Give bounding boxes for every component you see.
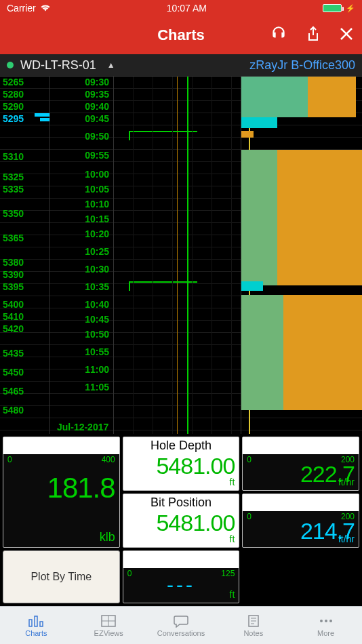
tab-label: More — [317, 629, 334, 637]
gauge-panel: Hole Depth 5481.00 ft Hook Load 0 400 18… — [0, 434, 362, 606]
time-tick: 10:25 — [85, 246, 109, 257]
depth-track[interactable]: 5265528052905295531053255335535053655380… — [0, 77, 50, 434]
status-bar: Carrier 10:07 AM ⚡ — [0, 0, 362, 16]
time-tick: 09:30 — [85, 77, 109, 87]
time-track[interactable]: 09:3009:3509:4009:4509:5009:5510:0010:05… — [50, 77, 114, 434]
depth-tick: 5420 — [3, 323, 24, 334]
svg-point-10 — [320, 620, 323, 622]
rop-track[interactable] — [241, 77, 362, 434]
svg-point-12 — [329, 620, 332, 622]
time-tick: 10:05 — [85, 184, 109, 195]
gauge-lo: 0 — [127, 569, 132, 578]
charging-icon: ⚡ — [346, 4, 355, 13]
session-name[interactable]: zRayJr B-Office300 — [249, 58, 355, 73]
hook-load-track[interactable] — [114, 77, 241, 434]
depth-tick: 5265 — [3, 77, 24, 87]
clock: 10:07 AM — [167, 3, 207, 14]
depth-tick: 5435 — [3, 348, 24, 359]
time-tick: 10:35 — [85, 281, 109, 292]
tab-label: Charts — [25, 629, 47, 637]
support-icon[interactable] — [270, 25, 287, 45]
depth-tick: 5480 — [3, 405, 24, 416]
svg-point-11 — [325, 620, 327, 622]
carrier-label: Carrier — [7, 3, 36, 14]
bit-position-card[interactable]: Bit Position 5481.00 ft — [123, 494, 240, 548]
gauge-lo: 0 — [247, 455, 252, 464]
tab-label: Notes — [243, 629, 263, 637]
depth-tick: 5325 — [3, 172, 24, 182]
time-tick: 10:40 — [85, 299, 109, 310]
plot-by-time-button[interactable]: Plot By Time — [3, 550, 120, 603]
gauge-hi: 400 — [102, 455, 115, 464]
device-name: WD-LT-RS-01 — [20, 58, 96, 73]
depth-tick: 5465 — [3, 386, 24, 397]
gauge-value: 181.8 — [7, 472, 115, 504]
time-tick: 11:05 — [85, 382, 109, 393]
time-tick: 09:40 — [85, 101, 109, 112]
gauge-unit: ft/hr — [338, 477, 355, 487]
chevron-up-icon[interactable]: ▲ — [107, 60, 115, 70]
depth-tick: 5400 — [3, 299, 24, 310]
time-tick: 10:30 — [85, 264, 109, 275]
depth-tick: 5310 — [3, 151, 24, 162]
time-tick: 09:45 — [85, 113, 109, 124]
time-tick: 09:55 — [85, 150, 109, 161]
plot-by-time-label: Plot By Time — [31, 571, 92, 583]
gauge-title: Hook Load — [3, 439, 119, 453]
gauge-title: ROP - Average — [243, 439, 359, 453]
share-icon[interactable] — [305, 25, 321, 45]
tab-notes[interactable]: Notes — [217, 607, 289, 644]
rop-trace — [241, 77, 362, 434]
gauge-lo: 0 — [247, 512, 252, 521]
device-subheader[interactable]: WD-LT-RS-01 ▲ zRayJr B-Office300 — [0, 54, 362, 76]
battery-icon — [323, 4, 342, 12]
time-tick: 10:10 — [85, 199, 109, 209]
strip-chart-area[interactable]: 5265528052905295531053255335535053655380… — [0, 76, 362, 434]
depth-tick: 5350 — [3, 208, 24, 219]
rop-fast-card[interactable]: ROP - Fast 0 200 214.7 ft/hr — [242, 494, 359, 548]
gauge-hi: 200 — [341, 512, 355, 521]
bottom-tab-bar: Charts EZViews Conversations Notes More — [0, 606, 362, 644]
connection-status-icon — [7, 62, 14, 68]
app-header: Charts — [0, 16, 362, 54]
hook-load-trace — [187, 77, 188, 434]
tab-more[interactable]: More — [289, 607, 362, 644]
time-tick: 10:50 — [85, 329, 109, 340]
depth-tick: 5410 — [3, 311, 24, 322]
gauge-title: Block Height — [123, 552, 239, 567]
time-tick: 09:50 — [85, 131, 109, 142]
time-tick: 10:15 — [85, 214, 109, 224]
tab-ezviews[interactable]: EZViews — [73, 607, 145, 644]
tab-conversations[interactable]: Conversations — [145, 607, 218, 644]
depth-tick: 5390 — [3, 269, 24, 280]
block-height-card[interactable]: Block Height 0 125 --- ft — [123, 550, 240, 603]
gauge-unit: klb — [100, 530, 115, 544]
hole-depth-card[interactable]: Hole Depth 5481.00 ft — [123, 437, 240, 491]
rop-avg-card[interactable]: ROP - Average 0 200 222.7 ft/hr — [242, 437, 359, 491]
svg-rect-1 — [35, 616, 37, 626]
close-icon[interactable] — [339, 26, 354, 44]
gauge-unit: ft — [230, 534, 235, 544]
time-tick: 09:35 — [85, 89, 109, 100]
depth-tick: 5280 — [3, 89, 24, 100]
depth-tick: 5450 — [3, 367, 24, 378]
depth-tick: 5380 — [3, 257, 24, 268]
svg-rect-2 — [40, 622, 43, 626]
gauge-title: Hole Depth — [127, 439, 235, 453]
depth-tick: 5335 — [3, 184, 24, 195]
time-tick: 10:45 — [85, 314, 109, 325]
depth-tick: 5395 — [3, 281, 24, 292]
current-depth-marker — [0, 113, 49, 121]
gauge-value: 5481.00 — [127, 510, 235, 536]
tab-label: Conversations — [157, 629, 205, 637]
time-tick: 11:00 — [85, 364, 109, 375]
date-stamp: Jul-12-2017 — [57, 422, 108, 432]
gauge-unit: ft/hr — [338, 534, 355, 544]
tab-charts[interactable]: Charts — [0, 607, 73, 644]
time-tick: 10:20 — [85, 228, 109, 239]
hook-load-card[interactable]: Hook Load 0 400 181.8 klb — [3, 437, 120, 548]
gauge-value: --- — [127, 573, 235, 597]
time-tick: 10:55 — [85, 346, 109, 357]
tab-label: EZViews — [94, 629, 123, 637]
gauge-hi: 200 — [341, 455, 355, 464]
